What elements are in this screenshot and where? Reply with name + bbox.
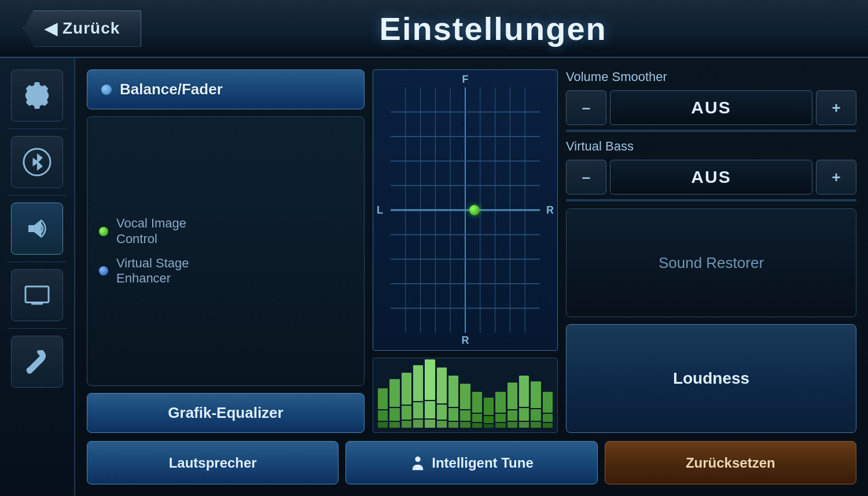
sidebar [0,58,75,496]
equalizer-label: Grafik-Equalizer [168,404,283,422]
bottom-bar: Lautsprecher Intelligent Tune Zurücksetz… [87,441,856,484]
vocal-image-label: Vocal ImageControl [116,216,186,247]
eq-bars-display [373,358,558,433]
eq-col-11 [495,392,505,428]
sound-restorer-label: Sound Restorer [659,254,764,272]
eq-col-15 [543,392,553,428]
intelligent-tune-label: Intelligent Tune [432,455,534,471]
sidebar-divider-1 [8,128,67,129]
virtual-bass-title: Virtual Bass [566,139,856,154]
gear-icon [23,81,52,110]
balance-fader-button[interactable]: Balance/Fader [87,69,365,109]
virtual-bass-group: Virtual Bass – AUS + [566,139,856,201]
eq-col-4 [413,365,423,428]
volume-smoother-indicator [566,130,856,132]
fader-label-top: F [462,74,469,86]
bluetooth-icon [23,148,52,177]
svg-point-22 [415,456,421,461]
lautsprecher-button[interactable]: Lautsprecher [87,441,339,484]
header: ◀ Zurück Einstellungen [0,0,868,58]
fader-grid[interactable]: F R L R [373,69,558,351]
volume-smoother-plus[interactable]: + [816,90,856,125]
fader-label-bottom: R [462,335,469,347]
volume-smoother-minus[interactable]: – [566,90,606,125]
eq-col-3 [402,373,411,428]
person-icon [410,455,426,471]
svg-rect-1 [25,286,49,303]
sidebar-item-tools[interactable] [11,336,63,388]
eq-col-7 [448,376,458,428]
back-label: Zurück [62,19,120,38]
svg-rect-2 [31,303,43,305]
content-area: Balance/Fader Vocal ImageControl Virtual… [87,69,856,433]
eq-col-8 [460,384,470,428]
virtual-bass-indicator [566,199,856,201]
middle-panel: F R L R [373,69,558,433]
sidebar-item-bluetooth[interactable] [11,136,63,188]
intelligent-tune-button[interactable]: Intelligent Tune [345,441,597,484]
svg-point-3 [27,368,31,372]
vocal-image-dot [99,227,108,236]
back-button[interactable]: ◀ Zurück [23,10,141,47]
display-icon [23,281,52,310]
volume-smoother-stepper: – AUS + [566,90,856,125]
sidebar-item-settings[interactable] [11,69,63,122]
fader-position-dot [469,205,480,215]
sidebar-divider-4 [8,328,67,329]
left-panel: Balance/Fader Vocal ImageControl Virtual… [87,69,365,433]
main-content: Balance/Fader Vocal ImageControl Virtual… [75,58,868,496]
eq-col-10 [484,398,494,428]
eq-col-13 [519,376,529,428]
eq-col-5 [425,359,435,428]
back-arrow-icon: ◀ [45,19,58,38]
sidebar-item-display[interactable] [11,269,63,321]
sidebar-item-volume[interactable] [11,203,63,255]
audio-controls-box: Vocal ImageControl Virtual StageEnhancer [87,116,365,386]
balance-fader-label: Balance/Fader [120,80,223,98]
wrench-icon [23,347,52,376]
lautsprecher-label: Lautsprecher [169,455,257,471]
sound-restorer-button[interactable]: Sound Restorer [566,208,856,317]
sidebar-divider-2 [8,195,67,196]
zuruecksetzen-label: Zurücksetzen [686,455,775,471]
eq-col-9 [472,392,482,428]
balance-dot [101,84,112,95]
eq-col-6 [437,368,447,428]
virtual-bass-value: AUS [610,160,812,194]
volume-smoother-value: AUS [610,90,812,125]
fader-label-right: R [546,204,554,216]
loudness-button[interactable]: Loudness [566,324,856,433]
vocal-image-row[interactable]: Vocal ImageControl [99,216,352,247]
eq-col-14 [531,381,540,428]
eq-col-12 [507,383,517,428]
grid-lines [391,87,540,333]
volume-smoother-title: Volume Smoother [566,69,856,84]
sidebar-divider-3 [8,262,67,262]
fader-label-left: L [377,204,383,216]
virtual-stage-dot [99,266,108,275]
loudness-label: Loudness [673,369,749,388]
right-panel: Volume Smoother – AUS + Virtual Bass – A… [566,69,856,433]
virtual-bass-plus[interactable]: + [816,160,856,194]
virtual-bass-minus[interactable]: – [566,160,606,194]
zuruecksetzen-button[interactable]: Zurücksetzen [605,441,856,484]
virtual-bass-stepper: – AUS + [566,160,856,194]
eq-col-1 [378,388,388,428]
equalizer-button[interactable]: Grafik-Equalizer [87,393,365,433]
virtual-stage-label: Virtual StageEnhancer [116,256,189,286]
page-title: Einstellungen [141,10,845,47]
speaker-icon [23,214,52,243]
volume-smoother-group: Volume Smoother – AUS + [566,69,856,132]
virtual-stage-row[interactable]: Virtual StageEnhancer [99,256,352,286]
eq-col-2 [389,379,399,428]
